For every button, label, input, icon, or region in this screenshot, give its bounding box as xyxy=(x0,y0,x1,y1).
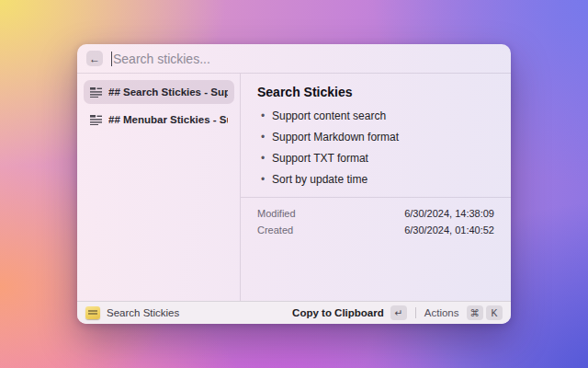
meta-label: Modified xyxy=(257,208,296,219)
meta-row-created: Created 6/30/2024, 01:40:52 xyxy=(257,222,494,238)
detail-panel: Search Stickies Support content search S… xyxy=(241,74,511,301)
bullet-item: Support content search xyxy=(257,109,494,122)
actions-menu-button[interactable]: Actions xyxy=(424,307,459,318)
footer-divider xyxy=(415,307,416,318)
launcher-window: ← ## Search Stickies - Support ... xyxy=(77,44,511,324)
list-item[interactable]: ## Search Stickies - Support ... xyxy=(84,80,234,104)
list-item[interactable]: ## Menubar Stickies - Support... xyxy=(84,108,234,132)
footer-actions: Copy to Clipboard ↵ Actions ⌘ K xyxy=(292,305,503,320)
command-name: Search Stickies xyxy=(107,307,179,318)
search-input[interactable] xyxy=(112,52,502,66)
note-lines-icon xyxy=(90,87,102,98)
results-list: ## Search Stickies - Support ... ## Menu… xyxy=(77,74,241,301)
detail-title: Search Stickies xyxy=(257,85,494,99)
stickies-app-icon xyxy=(85,306,100,319)
list-item-label: ## Search Stickies - Support ... xyxy=(108,86,228,98)
action-bar: Search Stickies Copy to Clipboard ↵ Acti… xyxy=(77,301,511,324)
return-key-icon: ↵ xyxy=(390,305,407,320)
back-button[interactable]: ← xyxy=(86,51,103,66)
meta-value: 6/30/2024, 01:40:52 xyxy=(404,224,494,236)
copy-to-clipboard-button[interactable]: Copy to Clipboard xyxy=(292,307,384,318)
list-item-label: ## Menubar Stickies - Support... xyxy=(108,114,228,125)
note-lines-icon xyxy=(90,115,102,125)
back-arrow-icon: ← xyxy=(89,52,100,65)
metadata-section: Modified 6/30/2024, 14:38:09 Created 6/3… xyxy=(241,197,511,246)
bullet-item: Sort by update time xyxy=(257,173,494,186)
detail-bullet-list: Support content search Support Markdown … xyxy=(257,109,494,186)
meta-label: Created xyxy=(257,224,293,236)
bullet-item: Support TXT format xyxy=(257,152,494,165)
actions-shortcut: ⌘ K xyxy=(467,305,503,320)
meta-value: 6/30/2024, 14:38:09 xyxy=(404,208,494,219)
k-key-icon: K xyxy=(486,305,503,320)
bullet-item: Support Markdown format xyxy=(257,131,494,144)
command-key-icon: ⌘ xyxy=(467,305,484,320)
search-bar: ← xyxy=(77,44,511,74)
detail-preview: Search Stickies Support content search S… xyxy=(241,74,511,197)
main-content: ## Search Stickies - Support ... ## Menu… xyxy=(77,74,511,301)
meta-row-modified: Modified 6/30/2024, 14:38:09 xyxy=(257,205,494,222)
